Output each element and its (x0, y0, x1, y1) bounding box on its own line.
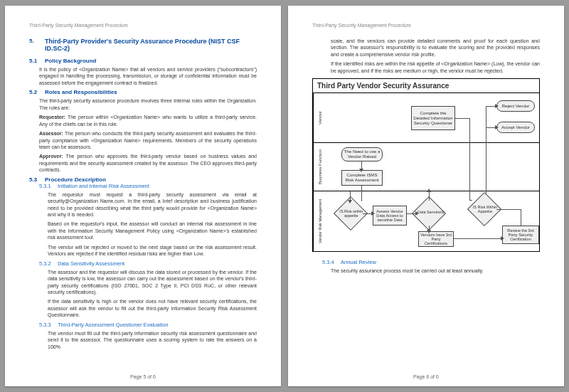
p-531-3: The vendor will be rejected or moved to … (48, 244, 257, 258)
p-531-2: Based on the requestor's input, the asse… (48, 221, 257, 240)
node-review-cert: Review the 3rd Party Security Certificat… (502, 226, 539, 244)
h3-number: 5.3.1 (39, 183, 53, 189)
lane-vrm: Vendor Risk Management IS Risk within ap… (313, 191, 539, 251)
section-5-3-heading: 5.3 Procedure Description (29, 176, 257, 183)
flowchart-container: Third Party Vendor Security Assurance Ve… (312, 78, 540, 252)
page-right: Third-Party Security Management Procedur… (288, 6, 564, 386)
continuation-p2: If the identified risks are within the r… (331, 60, 540, 74)
h1-title: Third-Party Provider's Security Assuranc… (45, 38, 257, 52)
h2-title: Roles and Responsibilities (45, 89, 117, 95)
section-5-2-heading: 5.2 Roles and Responsibilities (29, 89, 257, 95)
lane-label: Vendor Risk Management (313, 191, 326, 251)
connector (521, 221, 521, 226)
role-label: Assessor: (39, 131, 63, 136)
diamond-label: Data Sensitivity (415, 211, 447, 215)
h3-number: 5.3.2 (39, 260, 53, 267)
lane-label: Vendor (313, 93, 326, 142)
h2-title: Policy Background (45, 58, 96, 64)
h3-number: 5.3.3 (39, 322, 53, 328)
node-vendor-certs: Vendors have 3rd Party Certifications (418, 231, 454, 247)
roles-intro: The third-party security assurance proce… (39, 97, 257, 111)
section-5-3-4-heading: 5.3.4 Annual Review (322, 259, 540, 265)
section-5-1-heading: 5.1 Policy Background (29, 58, 257, 64)
page-footer: Page 6 of 6 (288, 374, 564, 379)
node-isms-risk: Complete ISMS Risk Assessment (341, 170, 383, 186)
flowchart-title: Third Party Vendor Security Assurance (313, 79, 539, 93)
h2-number: 5.1 (29, 58, 39, 64)
lane-label: Business Function (313, 143, 326, 191)
lane-body-vrm: IS Risk within appetite Assess Vendor Da… (326, 191, 539, 251)
p-534: The security assurance process must be c… (331, 267, 540, 274)
running-head: Third-Party Security Management Procedur… (312, 23, 540, 28)
role-assessor: Assessor: The person who conducts the th… (39, 130, 257, 150)
page-footer: Page 5 of 6 (5, 374, 281, 379)
h3-number: 5.3.4 (322, 259, 336, 265)
connector (521, 209, 521, 221)
node-assess-access: Assess Vendor Data Access to sensitive D… (373, 206, 407, 226)
role-label: Approver: (39, 154, 63, 159)
arrow-icon (495, 104, 499, 108)
h3-title: Initiation and Internal Risk Assessment (58, 183, 149, 189)
lane-vendor: Vendor Complete the Detailed Information… (313, 93, 539, 143)
lane-body-vendor: Complete the Detailed Information Securi… (326, 93, 539, 142)
role-desc: The person who approves the third-party … (39, 154, 257, 172)
section-5-heading: 5. Third-Party Provider's Security Assur… (29, 38, 257, 52)
node-complete-questioner: Complete the Detailed Information Securi… (411, 106, 455, 130)
continuation-p1: scale, and the vendors can provide detai… (331, 38, 540, 58)
connector (429, 191, 430, 201)
arrow-icon (348, 200, 352, 203)
node-reject: Reject Vendor (496, 100, 535, 112)
page-left: Third-Party Security Management Procedur… (5, 6, 281, 386)
role-desc: The person within <Organization Name> wh… (39, 115, 257, 126)
role-desc: The person who conducts the third-party … (39, 131, 257, 149)
h2-number: 5.3 (29, 176, 39, 183)
p-533: The vendor must fill out the third-party… (48, 330, 257, 350)
policy-background-text: It is the policy of <Organization Name> … (39, 66, 257, 86)
h3-title: Data Sensitivity Assessment (58, 260, 124, 267)
h3-title: Third-Party Assessment Questioner Evalua… (58, 322, 169, 328)
role-requestor: Requestor: The person within <Organizati… (39, 114, 257, 127)
p-532-2: If the data sensitivity is high or the v… (48, 298, 257, 318)
p-531-1: The requestor must request a third-party… (48, 191, 257, 218)
connector (455, 118, 469, 119)
lane-body-business: The Need to use a Vendor Raised Complete… (326, 143, 539, 191)
role-label: Requestor: (39, 115, 65, 120)
section-5-3-1-heading: 5.3.1 Initiation and Internal Risk Asses… (39, 183, 257, 189)
node-accept: Accept Vendor (496, 122, 535, 133)
connector (469, 200, 472, 201)
section-5-3-2-heading: 5.3.2 Data Sensitivity Assessment (39, 260, 257, 267)
arrow-icon (427, 189, 431, 192)
running-head: Third-Party Security Management Procedur… (29, 23, 257, 28)
arrow-icon (415, 211, 419, 216)
h1-number: 5. (29, 38, 39, 52)
node-need-raised: The Need to use a Vendor Raised (341, 147, 383, 161)
connector (454, 238, 502, 239)
p-532-1: The assessor and the requestor will disc… (48, 269, 257, 296)
arrow-icon (359, 169, 363, 172)
h2-title: Procedure Description (45, 176, 106, 183)
lane-business: Business Function The Need to use a Vend… (313, 143, 539, 191)
connector (496, 209, 521, 210)
arrow-icon (495, 125, 499, 129)
h3-title: Annual Review (341, 259, 376, 265)
arrow-icon (371, 211, 375, 216)
arrow-icon (501, 236, 504, 240)
role-approver: Approver: The person who approves the th… (39, 153, 257, 173)
arrow-icon (427, 230, 431, 233)
h2-number: 5.2 (29, 89, 39, 95)
section-5-3-3-heading: 5.3.3 Third-Party Assessment Questioner … (39, 322, 257, 328)
